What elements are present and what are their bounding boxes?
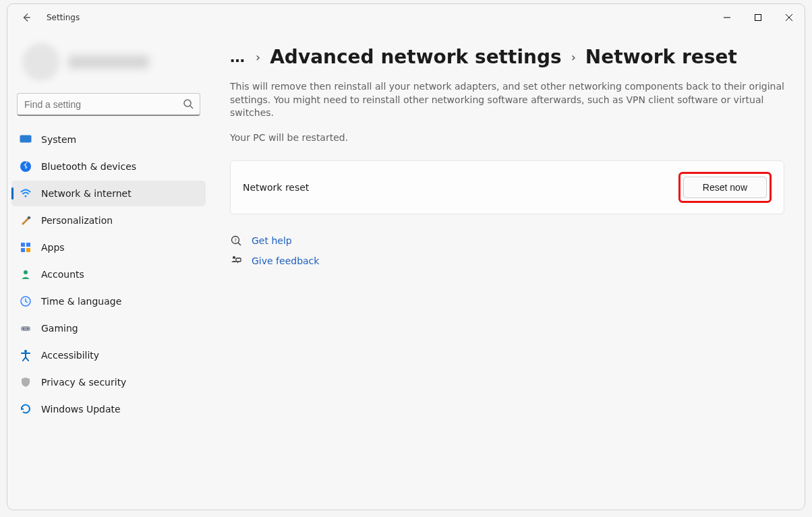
maximize-button[interactable]	[743, 4, 774, 31]
feedback-icon	[230, 255, 242, 267]
svg-rect-13	[21, 248, 25, 252]
refresh-icon	[20, 403, 32, 415]
sidebar-item-network[interactable]: Network & internet	[11, 181, 206, 206]
sidebar-item-label: Personalization	[41, 215, 113, 226]
sidebar-item-personalization[interactable]: Personalization	[11, 208, 206, 233]
close-button[interactable]	[774, 4, 805, 31]
description-text: This will remove then reinstall all your…	[230, 80, 784, 120]
card-label: Network reset	[243, 182, 309, 193]
sidebar-item-label: Network & internet	[41, 188, 132, 199]
get-help-link[interactable]: Get help	[252, 235, 292, 246]
settings-window: Settings	[7, 3, 805, 510]
svg-point-4	[184, 100, 191, 107]
svg-rect-14	[26, 248, 30, 252]
sidebar-item-label: Windows Update	[41, 404, 121, 415]
clock-icon	[20, 295, 32, 307]
svg-rect-6	[20, 135, 31, 142]
svg-point-19	[27, 328, 28, 330]
sidebar-item-time[interactable]: Time & language	[11, 288, 206, 314]
give-feedback-row: Give feedback	[230, 255, 784, 267]
main-content: … › Advanced network settings › Network …	[210, 31, 805, 510]
breadcrumb-parent[interactable]: Advanced network settings	[270, 46, 561, 68]
svg-line-22	[238, 243, 241, 245]
person-icon	[20, 268, 32, 280]
sidebar-item-apps[interactable]: Apps	[11, 235, 206, 260]
svg-line-5	[190, 106, 193, 109]
arrow-left-icon	[22, 13, 31, 22]
sidebar-item-update[interactable]: Windows Update	[11, 396, 206, 422]
svg-text:?: ?	[234, 237, 237, 243]
breadcrumb-more[interactable]: …	[230, 49, 246, 65]
sidebar: System Bluetooth & devices Network & int…	[7, 31, 210, 510]
network-reset-card: Network reset Reset now	[230, 160, 784, 214]
sidebar-item-label: Time & language	[41, 296, 121, 307]
accessibility-icon	[20, 349, 32, 361]
app-title: Settings	[47, 13, 80, 22]
page-title: Network reset	[585, 46, 737, 68]
sidebar-item-label: Gaming	[41, 323, 78, 334]
titlebar: Settings	[7, 4, 805, 31]
minimize-button[interactable]	[712, 4, 743, 31]
user-profile[interactable]	[7, 38, 210, 88]
help-icon: ?	[230, 235, 242, 247]
svg-point-18	[23, 328, 24, 330]
wifi-icon	[20, 187, 32, 200]
breadcrumb: … › Advanced network settings › Network …	[230, 46, 784, 68]
sidebar-item-system[interactable]: System	[11, 127, 206, 152]
svg-point-24	[233, 256, 235, 259]
display-icon	[20, 133, 32, 146]
sidebar-item-label: Privacy & security	[41, 377, 126, 388]
reset-now-button[interactable]: Reset now	[683, 177, 767, 198]
shield-icon	[20, 376, 32, 388]
apps-icon	[20, 241, 32, 253]
sidebar-item-privacy[interactable]: Privacy & security	[11, 369, 206, 395]
user-name-redacted	[68, 55, 149, 69]
sidebar-item-gaming[interactable]: Gaming	[11, 315, 206, 341]
svg-rect-11	[21, 243, 25, 247]
sidebar-item-label: System	[41, 134, 76, 145]
sidebar-item-label: Apps	[41, 242, 65, 253]
annotation-highlight: Reset now	[678, 172, 772, 203]
sidebar-item-label: Bluetooth & devices	[41, 161, 136, 172]
svg-point-20	[24, 350, 27, 353]
sidebar-item-label: Accounts	[41, 269, 84, 280]
get-help-row: ? Get help	[230, 235, 784, 247]
chevron-right-icon: ›	[571, 50, 576, 64]
give-feedback-link[interactable]: Give feedback	[252, 255, 319, 266]
sidebar-item-accounts[interactable]: Accounts	[11, 262, 206, 287]
svg-point-15	[24, 270, 28, 274]
maximize-icon	[755, 14, 761, 21]
svg-rect-12	[26, 243, 30, 247]
svg-rect-17	[21, 326, 30, 331]
bluetooth-icon	[20, 160, 32, 173]
back-button[interactable]	[14, 5, 38, 30]
restart-note: Your PC will be restarted.	[230, 132, 784, 143]
sidebar-item-bluetooth[interactable]: Bluetooth & devices	[11, 154, 206, 179]
search-input[interactable]	[17, 93, 200, 116]
svg-rect-25	[236, 258, 241, 262]
svg-point-9	[25, 195, 27, 197]
nav-list: System Bluetooth & devices Network & int…	[7, 127, 210, 422]
avatar	[22, 43, 60, 81]
chevron-right-icon: ›	[256, 50, 260, 64]
close-icon	[786, 14, 792, 21]
sidebar-item-label: Accessibility	[41, 350, 99, 361]
brush-icon	[20, 214, 32, 226]
minimize-icon	[724, 14, 730, 21]
gamepad-icon	[20, 322, 32, 334]
search-icon	[183, 98, 194, 109]
svg-rect-1	[755, 15, 761, 21]
sidebar-item-accessibility[interactable]: Accessibility	[11, 342, 206, 368]
